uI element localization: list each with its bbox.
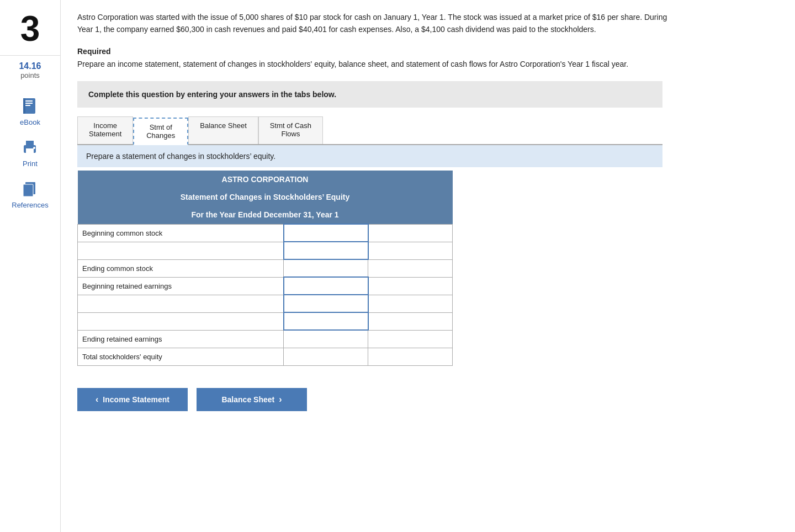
main-content: Astro Corporation was started with the i… [61,0,795,532]
svg-rect-4 [23,98,25,114]
prev-button[interactable]: ‹ Income Statement [77,388,188,411]
next-chevron: › [279,395,282,405]
input-ending-retained-col1[interactable] [284,330,368,348]
field-beginning-common-stock-col2[interactable] [373,229,448,237]
field-blank-3-col2[interactable] [373,317,448,326]
label-ending-common-stock: Ending common stock [78,259,284,277]
input-ending-retained-col2[interactable] [368,330,453,348]
label-total-equity: Total stockholders' equity [78,348,284,365]
row-ending-common-stock: Ending common stock [78,259,453,277]
input-total-equity-col1[interactable] [284,348,368,365]
tab-changes-label: Stmt ofChanges [146,123,175,140]
problem-text: Astro Corporation was started with the i… [77,11,685,36]
next-button[interactable]: Balance Sheet › [197,388,307,411]
problem-number: 3 [0,6,60,56]
input-blank-1-col2[interactable] [368,242,453,259]
statement-title: Statement of Changes in Stockholders’ Eq… [78,188,453,206]
points-label: points [19,71,41,79]
row-total-equity: Total stockholders' equity [78,348,453,365]
sidebar: 3 14.16 points eBook [0,0,61,532]
tab-income-statement[interactable]: IncomeStatement [77,116,133,144]
sidebar-item-references[interactable]: References [12,179,48,209]
field-beginning-retained-col1[interactable] [289,282,363,290]
svg-point-8 [33,147,35,149]
print-icon [20,137,40,157]
input-blank-2-col2[interactable] [368,295,453,312]
label-ending-retained-earnings: Ending retained earnings [78,330,284,348]
field-total-equity-col2[interactable] [373,353,448,361]
field-blank-2-col2[interactable] [373,300,448,308]
svg-rect-7 [26,148,34,153]
instruction-box: Complete this question by entering your … [77,81,662,108]
row-blank-2 [78,295,453,312]
field-blank-3-col1[interactable] [289,317,363,326]
label-beginning-common-stock: Beginning common stock [78,224,284,242]
input-beginning-common-stock-col2[interactable] [368,224,453,242]
input-blank-1-col1[interactable] [284,242,368,259]
label-beginning-retained-earnings: Beginning retained earnings [78,277,284,295]
field-ending-retained-col2[interactable] [373,335,448,343]
print-label: Print [23,159,38,168]
label-blank-2 [78,295,284,312]
required-text: Prepare an income statement, statement o… [77,58,778,70]
field-beginning-common-stock-col1[interactable] [289,229,363,237]
svg-rect-6 [26,141,34,146]
input-blank-3-col1[interactable] [284,312,368,330]
field-blank-1-col1[interactable] [289,247,363,255]
field-ending-common-stock-col2[interactable] [373,264,448,273]
required-label: Required [77,47,778,56]
label-blank-3 [78,312,284,330]
field-beginning-retained-col2[interactable] [373,282,448,290]
tab-income-label: IncomeStatement [89,121,121,138]
input-ending-common-stock-col2[interactable] [368,259,453,277]
prev-chevron: ‹ [96,395,98,405]
row-blank-1 [78,242,453,259]
input-ending-common-stock-col1[interactable] [284,259,368,277]
statement-table: ASTRO CORPORATION Statement of Changes i… [77,171,453,366]
sidebar-item-ebook[interactable]: eBook [20,96,40,126]
row-beginning-common-stock: Beginning common stock [78,224,453,242]
input-beginning-retained-col1[interactable] [284,277,368,295]
tab-balance-sheet[interactable]: Balance Sheet [188,116,258,144]
instruction-text: Complete this question by entering your … [88,90,651,99]
svg-rect-10 [23,184,33,196]
sidebar-navigation: eBook Print [12,91,48,209]
tab-cash-flows[interactable]: Stmt of CashFlows [258,116,323,144]
table-container: ASTRO CORPORATION Statement of Changes i… [77,171,453,366]
statement-period: For the Year Ended December 31, Year 1 [78,206,453,224]
input-beginning-common-stock-col1[interactable] [284,224,368,242]
tab-stmt-of-changes[interactable]: Stmt ofChanges [133,118,188,145]
field-blank-2-col1[interactable] [289,300,363,308]
table-header-company: ASTRO CORPORATION [78,171,453,188]
input-blank-2-col1[interactable] [284,295,368,312]
next-button-label: Balance Sheet [221,395,274,404]
book-icon [20,96,40,116]
required-section: Required Prepare an income statement, st… [77,47,778,70]
table-header-period: For the Year Ended December 31, Year 1 [78,206,453,224]
row-blank-3 [78,312,453,330]
field-total-equity-col1[interactable] [288,353,363,361]
input-beginning-retained-col2[interactable] [368,277,453,295]
tab-cashflows-label: Stmt of CashFlows [270,121,311,138]
svg-rect-1 [25,100,33,102]
task-banner: Prepare a statement of changes in stockh… [77,145,662,167]
svg-rect-2 [25,103,33,104]
field-ending-retained-col1[interactable] [288,335,363,343]
ebook-label: eBook [20,118,40,126]
references-label: References [12,201,48,209]
company-name: ASTRO CORPORATION [78,171,453,188]
nav-buttons: ‹ Income Statement Balance Sheet › [77,388,662,411]
table-header-title: Statement of Changes in Stockholders’ Eq… [78,188,453,206]
field-ending-common-stock-col1[interactable] [288,264,363,273]
row-ending-retained-earnings: Ending retained earnings [78,330,453,348]
points-value: 14.16 [19,61,41,71]
svg-rect-3 [25,105,30,106]
copy-icon [20,179,40,199]
input-blank-3-col2[interactable] [368,312,453,330]
field-blank-1-col2[interactable] [373,247,448,255]
tabs-container: IncomeStatement Stmt ofChanges Balance S… [77,116,662,145]
input-total-equity-col2[interactable] [368,348,453,365]
points-section: 14.16 points [19,56,41,91]
sidebar-item-print[interactable]: Print [20,137,40,168]
prev-button-label: Income Statement [103,395,169,404]
